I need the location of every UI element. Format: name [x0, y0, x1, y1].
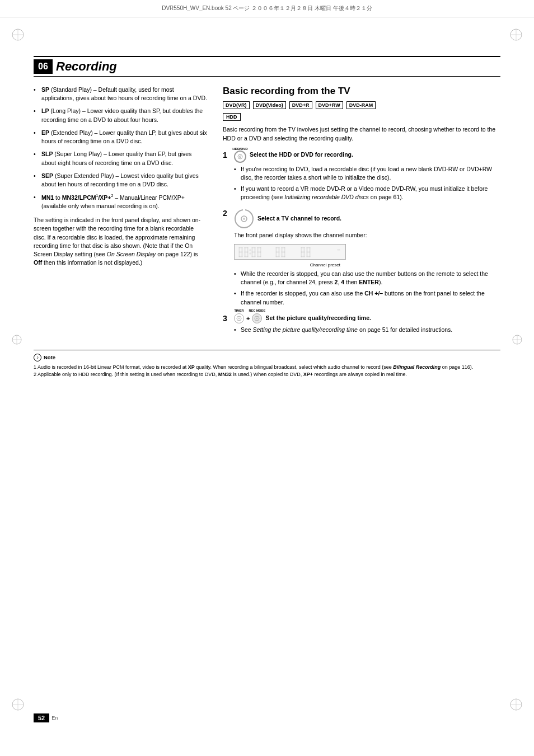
svg-rect-23	[243, 209, 245, 211]
rec-mode-button-icon: REC MODE	[252, 313, 262, 323]
channel-display-wrap: Channel preset	[234, 244, 346, 260]
xp-label: XP	[188, 364, 195, 370]
svg-rect-38	[250, 250, 251, 251]
step-1-bullets: If you're recording to DVD, load a recor…	[234, 165, 500, 202]
step-1-bullet-1: If you're recording to DVD, load a recor…	[234, 165, 500, 182]
page-footer: 52 En	[34, 713, 58, 722]
step-2-title: Select a TV channel to record.	[257, 214, 341, 223]
step-1-number: 1	[223, 151, 231, 159]
hdd-dvd-label: HDD/DVD	[232, 147, 247, 151]
sep-label: SEP	[41, 172, 53, 179]
rec-mode-label: REC MODE	[249, 309, 266, 312]
step-2-bullet-1: While the recorder is stopped, you can a…	[234, 270, 500, 287]
reg-mark-bottom-left	[11, 698, 25, 711]
ep-label: EP	[41, 129, 49, 136]
plus-sign: +	[246, 315, 250, 322]
svg-rect-39	[250, 253, 251, 254]
mn32-label: MN32	[62, 194, 78, 201]
section-description: Basic recording from the TV involves jus…	[223, 125, 500, 142]
step-1-title: Select the HDD or DVD for recording.	[250, 151, 353, 159]
svg-point-86	[256, 317, 258, 319]
step-1-bullet-2: If you want to record a VR mode DVD-R or…	[234, 185, 500, 201]
svg-point-19	[240, 156, 241, 157]
timer-button-icon: TIMER	[234, 313, 244, 323]
sp-label: SP	[41, 86, 49, 93]
lpcm-label: /LPCM	[78, 194, 96, 201]
step-3-bullet-1: See Setting the picture quality/recordin…	[234, 326, 500, 334]
note-header: ♪ Note	[34, 354, 500, 361]
note-section: ♪ Note 1 Audio is recorded in 16-bit Lin…	[34, 350, 500, 378]
step-3-title: Set the picture quality/recording time.	[265, 314, 371, 322]
format-badges: DVD(VR) DVD(Video) DVD+R DVD+RW DVD-RAM	[223, 101, 500, 109]
ep-label-full: (Extended Play)	[51, 129, 93, 136]
step-2-body: The front panel display shows the channe…	[234, 231, 500, 240]
note-item-1: 1 Audio is recorded in 16-bit Linear PCM…	[34, 364, 500, 371]
svg-point-84	[238, 317, 240, 319]
svg-rect-82	[338, 250, 340, 250]
step-2-bullet-2: If the recorder is stopped, you can also…	[234, 289, 500, 306]
step-3-icons: TIMER + REC MODE	[234, 313, 262, 323]
section-title: Basic recording from the TV	[223, 86, 500, 97]
badge-dvd-vr: DVD(VR)	[223, 101, 250, 109]
page-number: 52	[34, 713, 49, 722]
step-2: 2	[223, 209, 500, 307]
reg-mark-top-left	[11, 28, 25, 41]
step-3-bullets: See Setting the picture quality/recordin…	[234, 326, 500, 334]
lp-label-full: (Long Play)	[50, 107, 81, 114]
slp-label: SLP	[41, 151, 53, 157]
list-item-sep: SEP (Super Extended Play) – Lowest video…	[34, 172, 207, 189]
xpplus-label: /XP+	[98, 194, 111, 201]
side-mark-right	[512, 334, 523, 346]
hdd-dvd-button-icon: HDD/DVD	[234, 151, 246, 163]
list-item-sp: SP (Standard Play) – Default quality, us…	[34, 86, 207, 102]
mn1-label: MN1	[41, 194, 54, 201]
timer-icon-wrap: TIMER	[234, 313, 244, 323]
off-label: Off	[34, 259, 42, 266]
page-language: En	[51, 715, 58, 721]
init-ref: Initializing recordable DVD discs	[284, 194, 369, 200]
hdd-badge: HDD	[223, 113, 241, 121]
left-paragraph: The setting is indicated in the front pa…	[34, 216, 207, 267]
timer-label: TIMER	[234, 309, 243, 312]
setting-ref: Setting the picture quality/recording ti…	[253, 326, 358, 333]
list-item-slp: SLP (Super Long Play) – Lower quality th…	[34, 150, 207, 167]
note-label: Note	[44, 354, 55, 361]
lp-label: LP	[41, 107, 49, 114]
badge-dvd-ram: DVD-RAM	[346, 101, 376, 109]
file-info: DVR550H_WV_EN.book 52 ページ ２００６年１２月２８日 木曜…	[162, 5, 372, 11]
badge-dvd-plusrw: DVD+RW	[316, 101, 343, 109]
enter-key: ENTER	[359, 279, 379, 285]
xpplus-note-label: XP+	[303, 372, 313, 377]
rec-mode-icon-wrap: REC MODE	[252, 313, 262, 323]
chapter-number: 06	[34, 59, 53, 74]
channel-display-img	[234, 244, 346, 260]
step-2-disc-area: Select a TV channel to record.	[234, 209, 341, 229]
page: DVR550H_WV_EN.book 52 ページ ２００６年１２月２８日 木曜…	[0, 0, 534, 756]
svg-point-22	[243, 218, 245, 220]
two-column-layout: SP (Standard Play) – Default quality, us…	[34, 86, 500, 341]
bilingual-ref: Bilingual Recording	[393, 364, 441, 370]
xpplus-super: 2	[111, 194, 113, 198]
reg-mark-bottom-right	[509, 698, 523, 711]
step-2-number: 2	[223, 209, 231, 218]
channel-preset-label: Channel preset	[310, 262, 340, 267]
step-3-header: 3 TIMER +	[223, 313, 500, 323]
step-3-number: 3	[223, 314, 231, 323]
side-mark-left	[11, 334, 22, 346]
on-screen-display-ref: On Screen Display	[107, 251, 156, 257]
hdd-badge-wrap: HDD	[223, 111, 500, 125]
list-item-ep: EP (Extended Play) – Lower quality than …	[34, 129, 207, 145]
step-2-bullets: While the recorder is stopped, you can a…	[234, 270, 500, 307]
header-bar: DVR550H_WV_EN.book 52 ページ ２００６年１２月２８日 木曜…	[0, 0, 534, 17]
step-1: 1 HDD/DVD Select the HDD or DVD for reco…	[223, 151, 500, 202]
page-title-row: 06 Recording	[34, 56, 500, 77]
recording-modes-list: SP (Standard Play) – Default quality, us…	[34, 86, 207, 210]
key-2: 2	[335, 279, 338, 285]
disc-icon	[234, 209, 254, 229]
badge-dvd-plusr: DVD+R	[289, 101, 312, 109]
step-1-header: 1 HDD/DVD Select the HDD or DVD for reco…	[223, 151, 500, 163]
step-2-header: 2	[223, 209, 500, 229]
list-item-lp: LP (Long Play) – Lower video quality tha…	[34, 107, 207, 124]
badge-dvd-video: DVD(Video)	[253, 101, 286, 109]
sp-label-full: (Standard Play)	[51, 86, 92, 93]
